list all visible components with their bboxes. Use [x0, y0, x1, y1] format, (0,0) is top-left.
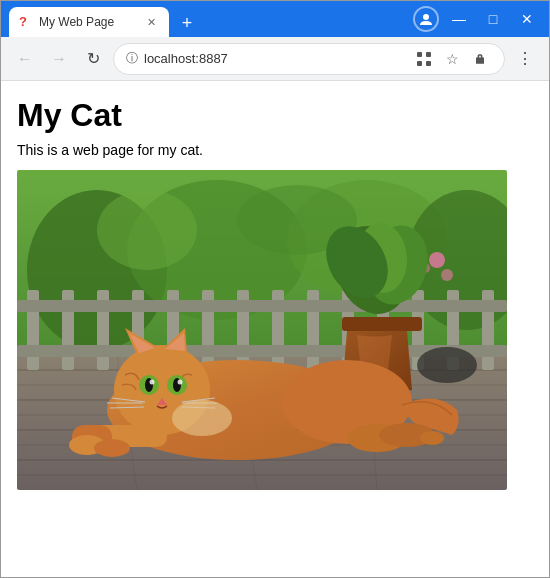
- window-controls: — □ ✕: [413, 5, 541, 33]
- tab-close-button[interactable]: ✕: [143, 14, 159, 30]
- forward-button[interactable]: →: [45, 45, 73, 73]
- reload-button[interactable]: ↻: [79, 45, 107, 73]
- bookmark-icon: ☆: [446, 51, 459, 67]
- cat-image: [17, 170, 507, 490]
- svg-point-67: [150, 380, 155, 385]
- close-icon: ✕: [521, 11, 533, 27]
- address-bar[interactable]: ⓘ localhost:8887 ☆: [113, 43, 505, 75]
- secure-icon: ⓘ: [126, 50, 138, 67]
- profile-icon: [419, 12, 433, 26]
- forward-icon: →: [51, 50, 67, 68]
- svg-point-57: [420, 431, 444, 445]
- title-bar: ? My Web Page ✕ + — □ ✕: [1, 1, 549, 37]
- tab-area: ? My Web Page ✕ +: [9, 1, 405, 37]
- minimize-icon: —: [452, 11, 466, 27]
- minimize-button[interactable]: —: [445, 5, 473, 33]
- page-content: My Cat This is a web page for my cat.: [1, 81, 549, 577]
- browser-window: ? My Web Page ✕ + — □ ✕: [0, 0, 550, 578]
- svg-rect-3: [417, 61, 422, 66]
- page-title: My Cat: [17, 97, 533, 134]
- back-icon: ←: [17, 50, 33, 68]
- svg-point-0: [423, 14, 429, 20]
- svg-rect-2: [426, 52, 431, 57]
- svg-rect-1: [417, 52, 422, 57]
- svg-point-10: [97, 190, 197, 270]
- bookmark-button[interactable]: ☆: [440, 47, 464, 71]
- tab-favicon: ?: [19, 15, 33, 29]
- new-tab-button[interactable]: +: [173, 9, 201, 37]
- svg-point-13: [441, 269, 453, 281]
- apps-icon-button[interactable]: [412, 47, 436, 71]
- tab-title-text: My Web Page: [39, 15, 137, 29]
- cat-scene-svg: [17, 170, 507, 490]
- toolbar: ← → ↻ ⓘ localhost:8887 ☆: [1, 37, 549, 81]
- svg-rect-4: [426, 61, 431, 66]
- extensions-button[interactable]: [468, 47, 492, 71]
- extensions-icon: [472, 51, 488, 67]
- svg-rect-41: [17, 300, 507, 312]
- new-tab-icon: +: [182, 13, 193, 34]
- address-text: localhost:8887: [144, 51, 406, 66]
- svg-point-54: [94, 439, 130, 457]
- page-subtext: This is a web page for my cat.: [17, 142, 533, 158]
- close-button[interactable]: ✕: [513, 5, 541, 33]
- menu-button[interactable]: ⋮: [511, 45, 539, 73]
- menu-icon: ⋮: [517, 49, 533, 68]
- maximize-icon: □: [489, 11, 497, 27]
- svg-point-12: [429, 252, 445, 268]
- maximize-button[interactable]: □: [479, 5, 507, 33]
- apps-icon: [416, 51, 432, 67]
- toolbar-right: ⋮: [511, 45, 539, 73]
- profile-button[interactable]: [413, 6, 439, 32]
- svg-point-68: [178, 380, 183, 385]
- svg-point-76: [172, 400, 232, 436]
- back-button[interactable]: ←: [11, 45, 39, 73]
- address-bar-actions: ☆: [412, 47, 492, 71]
- svg-rect-47: [342, 317, 422, 331]
- svg-point-48: [417, 347, 477, 383]
- reload-icon: ↻: [87, 49, 100, 68]
- active-tab[interactable]: ? My Web Page ✕: [9, 7, 169, 37]
